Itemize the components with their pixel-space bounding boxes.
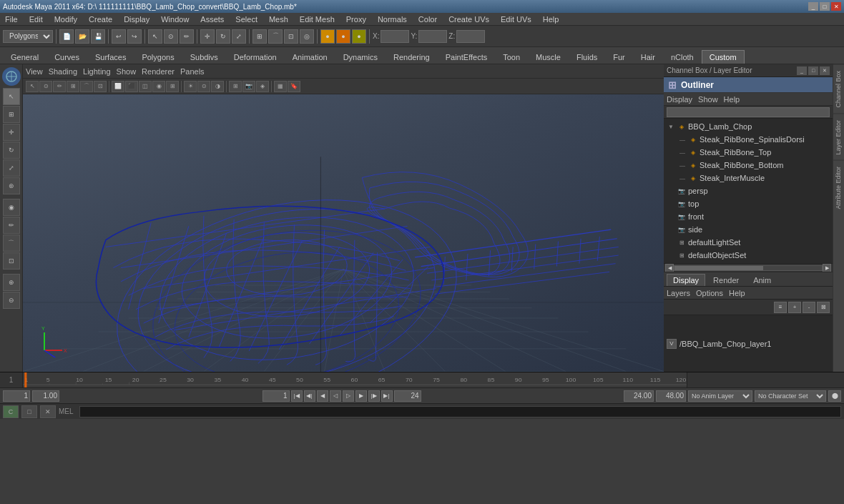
start-frame-input[interactable] bbox=[32, 390, 59, 402]
vp-highlight-btn[interactable]: ◈ bbox=[256, 81, 269, 92]
anim-layer-select[interactable]: No Anim Layer bbox=[688, 390, 752, 402]
tab-painteffects[interactable]: PaintEffects bbox=[438, 50, 496, 64]
vp-shading1-btn[interactable]: ⬜ bbox=[112, 81, 124, 92]
side-tab-channel-box[interactable]: Channel Box bbox=[833, 64, 844, 114]
menu-display[interactable]: Display bbox=[122, 14, 152, 24]
tab-ncloth[interactable]: nCloth bbox=[663, 50, 702, 64]
status-icon-3[interactable]: ✕ bbox=[40, 405, 56, 418]
menu-edit[interactable]: Edit bbox=[27, 14, 45, 24]
tool-curve[interactable]: ⌒ bbox=[3, 234, 20, 252]
go-to-end-btn[interactable]: ▶| bbox=[381, 390, 393, 402]
tree-item-default-light-set[interactable]: ⊞ defaultLightSet bbox=[664, 236, 833, 249]
outliner-filter-input[interactable] bbox=[667, 107, 830, 117]
menu-create-uvs[interactable]: Create UVs bbox=[446, 14, 491, 24]
vp-shading2-btn[interactable]: ⬛ bbox=[125, 81, 138, 92]
vp-scale-btn[interactable]: ⊡ bbox=[94, 81, 107, 92]
tab-fluids[interactable]: Fluids bbox=[569, 50, 605, 64]
tab-curves[interactable]: Curves bbox=[46, 50, 87, 64]
tool-show-manip[interactable]: ⊕ bbox=[3, 274, 20, 291]
hscroll-track[interactable] bbox=[674, 265, 823, 271]
layers-menu-options[interactable]: Options bbox=[696, 289, 723, 297]
vp-lasso-btn[interactable]: ⊙ bbox=[39, 81, 52, 92]
tool-move[interactable]: ✛ bbox=[3, 124, 20, 141]
step-fwd-btn[interactable]: ▶ bbox=[355, 390, 367, 402]
layer-btn-3[interactable]: - bbox=[803, 302, 815, 313]
tool-hide-manip[interactable]: ⊖ bbox=[3, 292, 20, 309]
menu-assets[interactable]: Assets bbox=[198, 14, 226, 24]
tool-universal[interactable]: ⊛ bbox=[3, 177, 20, 194]
vp-select-btn[interactable]: ↖ bbox=[26, 81, 39, 92]
tab-hair[interactable]: Hair bbox=[633, 50, 663, 64]
tool-select-region[interactable]: ⊞ bbox=[3, 106, 20, 123]
tab-muscle[interactable]: Muscle bbox=[528, 50, 569, 64]
toolbar-redo-btn[interactable]: ↪ bbox=[127, 29, 142, 44]
tree-item-steak-intermuscle[interactable]: — ◈ Steak_InterMuscle bbox=[664, 172, 833, 184]
autokey-btn[interactable]: ⬤ bbox=[828, 390, 841, 402]
toolbar-render-btn[interactable]: ● bbox=[336, 29, 350, 44]
vp-rotate-btn[interactable]: ⌒ bbox=[80, 81, 93, 92]
toolbar-lasso-btn[interactable]: ⊙ bbox=[164, 29, 178, 44]
vp-bookmark-btn[interactable]: 🔖 bbox=[288, 81, 300, 92]
toolbar-select-btn[interactable]: ↖ bbox=[148, 29, 162, 44]
menu-create[interactable]: Create bbox=[87, 14, 114, 24]
toolbar-snap-grid-btn[interactable]: ⊞ bbox=[252, 29, 267, 44]
expand-bbq-lamb-chop[interactable]: ▼ bbox=[667, 124, 675, 130]
menu-edit-mesh[interactable]: Edit Mesh bbox=[298, 14, 337, 24]
hscroll-thumb[interactable] bbox=[674, 266, 763, 270]
tab-rendering[interactable]: Rendering bbox=[386, 50, 438, 64]
outliner-menu-help[interactable]: Help bbox=[724, 95, 740, 104]
mode-dropdown[interactable]: Polygons bbox=[3, 30, 53, 43]
hscroll-left-btn[interactable]: ◀ bbox=[665, 264, 674, 272]
range-end-input[interactable] bbox=[394, 390, 421, 402]
x-input[interactable] bbox=[381, 30, 409, 43]
tree-item-bbq-lamb-chop[interactable]: ▼ ◈ BBQ_Lamb_Chop bbox=[664, 120, 833, 133]
outliner-menu-show[interactable]: Show bbox=[698, 95, 718, 104]
vp-shadow-btn[interactable]: ◑ bbox=[211, 81, 224, 92]
outliner-menu-display[interactable]: Display bbox=[667, 95, 692, 104]
tree-item-steak-spinalis[interactable]: — ◈ Steak_RibBone_SpinalisDorsi bbox=[664, 133, 833, 146]
status-icon-1[interactable]: C bbox=[3, 405, 19, 418]
tool-soft-select[interactable]: ◉ bbox=[3, 199, 20, 216]
layers-menu-layers[interactable]: Layers bbox=[667, 289, 690, 297]
vp-wire-btn[interactable]: ◫ bbox=[139, 81, 152, 92]
tab-custom[interactable]: Custom bbox=[702, 50, 745, 64]
tab-toon[interactable]: Toon bbox=[495, 50, 528, 64]
tree-item-side[interactable]: 📷 side bbox=[664, 223, 833, 236]
vp-texture-btn[interactable]: ⊞ bbox=[166, 81, 179, 92]
tool-rotate[interactable]: ↻ bbox=[3, 142, 20, 159]
menu-normals[interactable]: Normals bbox=[376, 14, 409, 24]
bottom-tab-display[interactable]: Display bbox=[667, 274, 705, 286]
close-button[interactable]: ✕ bbox=[831, 2, 841, 11]
cb-close[interactable]: ✕ bbox=[820, 66, 830, 75]
step-back-btn[interactable]: ◀ bbox=[317, 390, 328, 402]
playback-end-input[interactable] bbox=[656, 390, 686, 402]
vp-light1-btn[interactable]: ☀ bbox=[184, 81, 197, 92]
vp-cam-btn[interactable]: 📷 bbox=[242, 81, 255, 92]
toolbar-new-btn[interactable]: 📄 bbox=[59, 29, 74, 44]
menu-modify[interactable]: Modify bbox=[52, 14, 79, 24]
channel-box-controls[interactable]: _ □ ✕ bbox=[797, 66, 830, 75]
toolbar-rotate-btn[interactable]: ↻ bbox=[216, 29, 230, 44]
mel-input-area[interactable] bbox=[79, 406, 841, 417]
playback-start-input[interactable] bbox=[624, 390, 654, 402]
tree-item-steak-ribbone-top[interactable]: — ◈ Steak_RibBone_Top bbox=[664, 146, 833, 159]
menu-proxy[interactable]: Proxy bbox=[344, 14, 368, 24]
viewport-menu-renderer[interactable]: Renderer bbox=[142, 67, 175, 76]
layer-btn-1[interactable]: ≡ bbox=[774, 302, 787, 313]
tab-fur[interactable]: Fur bbox=[605, 50, 633, 64]
vp-light2-btn[interactable]: ⊙ bbox=[197, 81, 210, 92]
layer-btn-2[interactable]: + bbox=[788, 302, 801, 313]
menu-mesh[interactable]: Mesh bbox=[267, 14, 290, 24]
minimize-button[interactable]: _ bbox=[808, 2, 818, 11]
toolbar-snap-point-btn[interactable]: ⊡ bbox=[284, 29, 298, 44]
prev-key-btn[interactable]: ◀| bbox=[304, 390, 315, 402]
viewport-menu-shading[interactable]: Shading bbox=[49, 67, 77, 76]
go-to-start-btn[interactable]: |◀ bbox=[291, 390, 303, 402]
menu-edit-uvs[interactable]: Edit UVs bbox=[499, 14, 534, 24]
vp-smooth-btn[interactable]: ◉ bbox=[152, 81, 165, 92]
layer-btn-4[interactable]: ⊠ bbox=[817, 302, 830, 313]
tool-snap[interactable]: ⊡ bbox=[3, 252, 20, 270]
viewport-menu-lighting[interactable]: Lighting bbox=[83, 67, 111, 76]
tool-scale[interactable]: ⤢ bbox=[3, 159, 20, 177]
viewport-menu-show[interactable]: Show bbox=[117, 67, 137, 76]
